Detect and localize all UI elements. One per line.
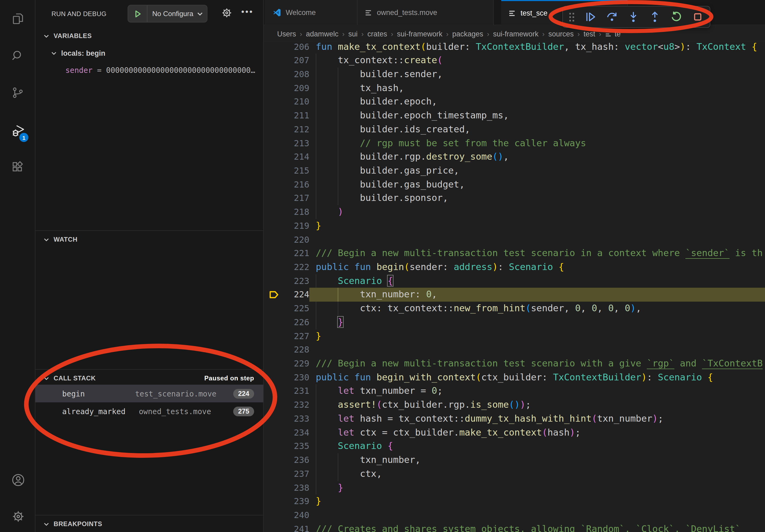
line-number[interactable]: 231 bbox=[284, 385, 309, 398]
line-number[interactable]: 235 bbox=[284, 439, 309, 453]
settings-gear-icon[interactable] bbox=[11, 509, 24, 522]
line-number[interactable]: 217 bbox=[284, 191, 309, 205]
step-over-button[interactable] bbox=[606, 11, 618, 23]
line-number[interactable]: 229 bbox=[284, 357, 309, 371]
indent-guide bbox=[316, 95, 316, 109]
glyph-margin bbox=[264, 42, 284, 54]
line-number[interactable]: 234 bbox=[284, 426, 309, 439]
line-number[interactable]: 224 bbox=[284, 288, 309, 302]
step-out-button[interactable] bbox=[649, 11, 661, 23]
glyph-margin bbox=[264, 385, 284, 398]
indent-guide bbox=[316, 205, 316, 219]
drag-handle-icon[interactable] bbox=[569, 12, 575, 22]
accounts-icon[interactable] bbox=[11, 473, 24, 486]
line-number[interactable]: 239 bbox=[284, 494, 309, 508]
explorer-icon[interactable] bbox=[11, 12, 24, 25]
line-number[interactable]: 219 bbox=[284, 219, 309, 233]
line-number[interactable]: 213 bbox=[284, 136, 309, 150]
line-number[interactable]: 210 bbox=[284, 95, 309, 109]
indent-guide bbox=[338, 95, 338, 109]
tab-welcome[interactable]: Welcome bbox=[265, 0, 358, 25]
line-number[interactable]: 207 bbox=[284, 54, 309, 67]
indent-guide bbox=[316, 412, 316, 426]
indent-guide bbox=[316, 481, 316, 494]
call-stack-frame-already_marked[interactable]: already_markedowned_tests.move275 bbox=[35, 402, 264, 420]
breadcrumb-item[interactable]: sources bbox=[548, 30, 574, 38]
code-line-228: 228 bbox=[264, 343, 765, 357]
line-number[interactable]: 232 bbox=[284, 398, 309, 412]
variables-scope-row[interactable]: locals: begin bbox=[35, 45, 264, 62]
watch-section-header[interactable]: WATCH bbox=[35, 231, 264, 248]
code-text: // rgp must be set from the caller alway… bbox=[309, 136, 765, 150]
indent-guide bbox=[316, 136, 316, 150]
variable-row-sender[interactable]: sender = 0000000000000000000000000000000… bbox=[35, 62, 264, 79]
breadcrumb-file[interactable]: te bbox=[605, 30, 621, 38]
line-number[interactable]: 230 bbox=[284, 371, 309, 385]
line-number[interactable]: 223 bbox=[284, 274, 309, 288]
variables-section-header[interactable]: VARIABLES bbox=[35, 27, 264, 45]
indent-guide bbox=[316, 274, 316, 288]
extensions-icon[interactable] bbox=[11, 161, 24, 173]
start-debug-button[interactable]: No Configura bbox=[128, 5, 208, 23]
line-number[interactable]: 228 bbox=[284, 343, 309, 357]
glyph-margin bbox=[264, 164, 284, 177]
code-line-227: 227} bbox=[264, 329, 765, 343]
continue-button[interactable] bbox=[584, 11, 597, 23]
code-line-231: 231 let txn_number = 0; bbox=[264, 385, 765, 398]
search-icon[interactable] bbox=[11, 49, 24, 62]
debug-config-dropdown[interactable]: No Configura bbox=[147, 10, 196, 18]
line-number[interactable]: 225 bbox=[284, 302, 309, 315]
step-into-button[interactable] bbox=[627, 11, 640, 23]
line-number[interactable]: 215 bbox=[284, 164, 309, 177]
code-line-235: 235 Scenario { bbox=[264, 439, 765, 453]
tab-owned-tests[interactable]: owned_tests.move bbox=[358, 0, 494, 25]
line-number[interactable]: 227 bbox=[284, 329, 309, 343]
line-number[interactable]: 226 bbox=[284, 316, 309, 329]
line-number[interactable]: 212 bbox=[284, 123, 309, 136]
line-number[interactable]: 208 bbox=[284, 68, 309, 81]
line-number[interactable]: 236 bbox=[284, 453, 309, 467]
code-editor[interactable]: 206fun make_tx_context(builder: TxContex… bbox=[264, 42, 765, 532]
restart-button[interactable] bbox=[670, 11, 682, 23]
play-icon[interactable] bbox=[128, 5, 147, 22]
line-number[interactable]: 206 bbox=[284, 42, 309, 54]
line-number[interactable]: 238 bbox=[284, 481, 309, 494]
line-number[interactable]: 209 bbox=[284, 81, 309, 95]
breadcrumb-item[interactable]: Users bbox=[277, 30, 296, 38]
breakpoints-section-header[interactable]: BREAKPOINTS bbox=[35, 515, 264, 532]
line-number[interactable]: 211 bbox=[284, 109, 309, 123]
call-stack-section-header[interactable]: CALL STACK Paused on step bbox=[35, 370, 264, 387]
breadcrumb-item[interactable]: packages bbox=[452, 30, 483, 38]
glyph-margin bbox=[264, 260, 284, 274]
breadcrumb-item[interactable]: sui-framework bbox=[493, 30, 538, 38]
breadcrumb-item[interactable]: test bbox=[583, 30, 595, 38]
indent-guide bbox=[316, 467, 316, 481]
line-number[interactable]: 216 bbox=[284, 177, 309, 191]
line-number[interactable]: 233 bbox=[284, 412, 309, 426]
code-line-206: 206fun make_tx_context(builder: TxContex… bbox=[264, 42, 765, 54]
code-line-213: 213 // rgp must be set from the caller a… bbox=[264, 136, 765, 150]
breadcrumb-item[interactable]: sui bbox=[348, 30, 358, 38]
line-number[interactable]: 240 bbox=[284, 508, 309, 522]
call-stack-frame-begin[interactable]: begintest_scenario.move224 bbox=[35, 385, 264, 402]
code-text bbox=[309, 508, 765, 522]
indent-guide bbox=[338, 136, 338, 150]
line-number[interactable]: 220 bbox=[284, 233, 309, 246]
line-number[interactable]: 241 bbox=[284, 522, 309, 532]
breadcrumb-item[interactable]: adamwelc bbox=[306, 30, 339, 38]
source-control-icon[interactable] bbox=[11, 86, 24, 99]
stop-button[interactable] bbox=[692, 11, 704, 23]
code-line-214: 214 builder.rgp.destroy_some(), bbox=[264, 150, 765, 164]
line-number[interactable]: 221 bbox=[284, 247, 309, 260]
breadcrumb-item[interactable]: crates bbox=[368, 30, 387, 38]
line-number[interactable]: 237 bbox=[284, 467, 309, 481]
more-actions-icon[interactable]: ••• bbox=[241, 7, 254, 17]
line-number[interactable]: 222 bbox=[284, 260, 309, 274]
debug-settings-gear-icon[interactable] bbox=[221, 7, 233, 19]
breadcrumb-separator: › bbox=[391, 30, 393, 38]
indent-guide bbox=[316, 123, 316, 136]
line-number[interactable]: 218 bbox=[284, 205, 309, 219]
line-number[interactable]: 214 bbox=[284, 150, 309, 164]
indent-guide bbox=[338, 302, 338, 315]
breadcrumb-item[interactable]: sui-framework bbox=[397, 30, 442, 38]
